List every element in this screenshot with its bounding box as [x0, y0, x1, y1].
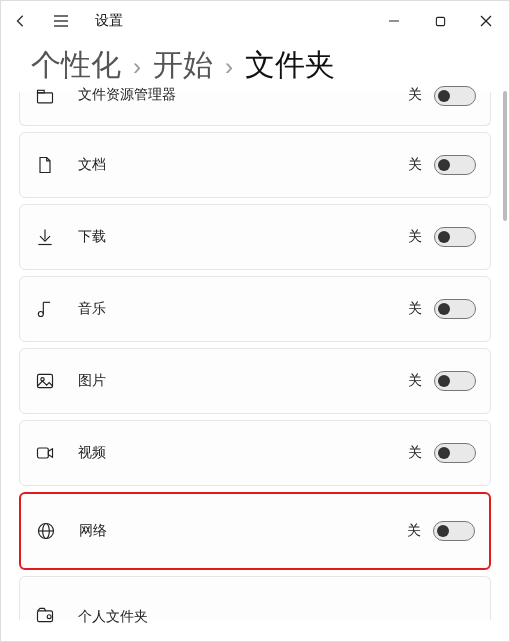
toggle-music[interactable] — [434, 299, 476, 319]
document-icon — [34, 154, 56, 176]
toggle-state-label: 关 — [408, 156, 422, 174]
breadcrumb-start[interactable]: 开始 — [153, 45, 213, 86]
item-file-explorer: 文件资源管理器 关 — [19, 92, 491, 126]
item-music: 音乐 关 — [19, 276, 491, 342]
svg-rect-16 — [38, 448, 49, 458]
toggle-state-label: 关 — [408, 444, 422, 462]
svg-rect-7 — [38, 93, 53, 103]
menu-button[interactable] — [41, 1, 81, 41]
svg-rect-14 — [38, 374, 53, 387]
item-label: 图片 — [78, 372, 408, 390]
music-icon — [34, 298, 56, 320]
file-explorer-icon — [34, 86, 56, 108]
breadcrumb-personalization[interactable]: 个性化 — [31, 45, 121, 86]
toggle-videos[interactable] — [434, 443, 476, 463]
item-downloads: 下载 关 — [19, 204, 491, 270]
app-title: 设置 — [95, 12, 123, 30]
item-label: 下载 — [78, 228, 408, 246]
toggle-network[interactable] — [433, 521, 475, 541]
toggle-documents[interactable] — [434, 155, 476, 175]
item-label: 视频 — [78, 444, 408, 462]
toggle-file-explorer[interactable] — [434, 86, 476, 106]
settings-list: 文件资源管理器 关 文档 关 下载 关 音乐 关 图片 关 — [1, 92, 509, 620]
svg-marker-17 — [48, 449, 52, 457]
svg-rect-8 — [38, 90, 45, 93]
minimize-button[interactable] — [371, 1, 417, 41]
svg-rect-4 — [436, 17, 444, 25]
breadcrumb-sep: › — [225, 53, 233, 81]
picture-icon — [34, 370, 56, 392]
toggle-state-label: 关 — [407, 522, 421, 540]
close-button[interactable] — [463, 1, 509, 41]
item-network: 网络 关 — [19, 492, 491, 570]
svg-point-11 — [38, 312, 43, 317]
network-icon — [35, 520, 57, 542]
toggle-state-label: 关 — [408, 228, 422, 246]
back-button[interactable] — [1, 1, 41, 41]
breadcrumb-sep: › — [133, 53, 141, 81]
item-pictures: 图片 关 — [19, 348, 491, 414]
maximize-button[interactable] — [417, 1, 463, 41]
item-label: 网络 — [79, 522, 407, 540]
item-label: 文档 — [78, 156, 408, 174]
toggle-downloads[interactable] — [434, 227, 476, 247]
video-icon — [34, 442, 56, 464]
item-videos: 视频 关 — [19, 420, 491, 486]
item-label: 个人文件夹 — [78, 608, 476, 626]
title-bar: 设置 — [1, 1, 509, 41]
download-icon — [34, 226, 56, 248]
item-label: 文件资源管理器 — [78, 86, 408, 104]
item-label: 音乐 — [78, 300, 408, 318]
toggle-state-label: 关 — [408, 86, 422, 104]
vertical-scrollbar[interactable] — [503, 91, 507, 221]
breadcrumb: 个性化 › 开始 › 文件夹 — [1, 41, 509, 92]
svg-rect-21 — [38, 611, 53, 622]
toggle-state-label: 关 — [408, 300, 422, 318]
item-personal-folder: 个人文件夹 — [19, 576, 491, 620]
toggle-pictures[interactable] — [434, 371, 476, 391]
breadcrumb-current: 文件夹 — [245, 45, 335, 86]
personal-folder-icon — [34, 604, 56, 626]
svg-point-22 — [47, 615, 51, 619]
toggle-state-label: 关 — [408, 372, 422, 390]
item-documents: 文档 关 — [19, 132, 491, 198]
